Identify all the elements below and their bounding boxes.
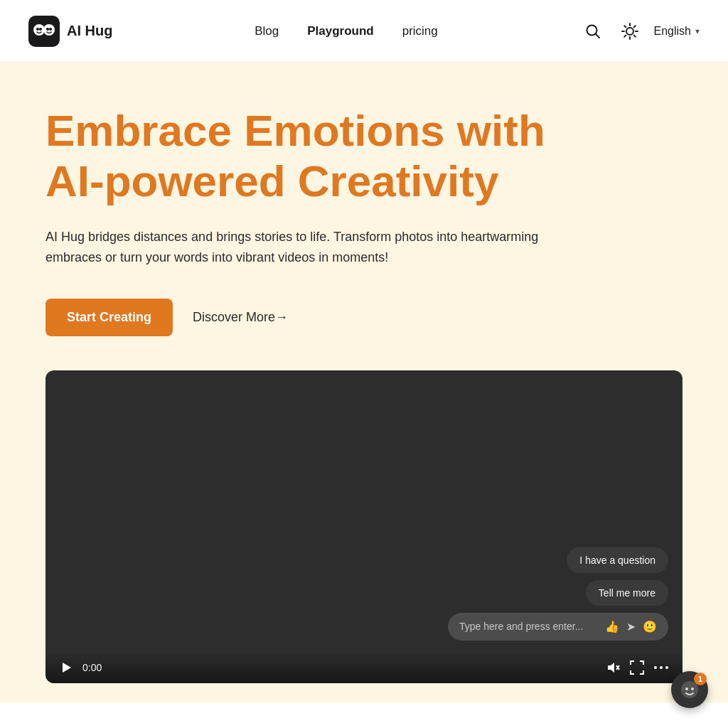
logo-label: AI Hug xyxy=(67,23,112,39)
more-options-button[interactable] xyxy=(654,665,668,670)
fullscreen-button[interactable] xyxy=(630,660,644,675)
search-button[interactable] xyxy=(580,18,606,44)
svg-point-3 xyxy=(36,28,39,31)
video-controls: 0:00 xyxy=(46,652,682,683)
svg-point-1 xyxy=(33,24,45,36)
volume-icon xyxy=(606,660,620,675)
hero-buttons: Start Creating Discover More→ xyxy=(46,299,682,336)
nav-blog[interactable]: Blog xyxy=(255,24,279,38)
video-player[interactable]: I have a question Tell me more Type here… xyxy=(46,370,682,683)
svg-line-17 xyxy=(633,26,635,27)
svg-point-26 xyxy=(685,687,688,690)
video-time: 0:00 xyxy=(82,662,102,673)
hero-section: Embrace Emotions with AI-powered Creativ… xyxy=(0,63,728,702)
chat-overlay: I have a question Tell me more Type here… xyxy=(448,547,668,641)
play-button[interactable] xyxy=(60,661,73,674)
chat-bubble-more[interactable]: Tell me more xyxy=(586,580,668,606)
dots-icon xyxy=(654,665,668,670)
navbar: AI Hug Blog Playground pricing xyxy=(0,0,728,63)
svg-point-6 xyxy=(49,28,52,31)
svg-point-27 xyxy=(691,687,694,690)
chat-float-button[interactable]: 1 xyxy=(671,671,708,702)
chat-bubble-question[interactable]: I have a question xyxy=(567,547,668,573)
svg-line-14 xyxy=(624,26,626,27)
svg-point-23 xyxy=(660,666,663,669)
svg-point-24 xyxy=(665,666,668,669)
hero-subtitle: AI Hug bridges distances and brings stor… xyxy=(46,227,586,269)
chat-input-placeholder: Type here and press enter... xyxy=(459,621,598,632)
navbar-right: English ▾ xyxy=(580,18,700,44)
logo[interactable]: AI Hug xyxy=(28,16,112,47)
svg-marker-19 xyxy=(608,663,614,673)
svg-line-16 xyxy=(624,35,626,36)
svg-point-22 xyxy=(654,666,657,669)
chat-input-row[interactable]: Type here and press enter... 👍 ➤ 🙂 xyxy=(448,613,668,641)
svg-line-15 xyxy=(633,35,635,36)
chat-emoji-button[interactable]: 🙂 xyxy=(643,620,657,633)
nav-pricing[interactable]: pricing xyxy=(402,24,438,38)
theme-toggle-button[interactable] xyxy=(617,18,643,44)
svg-point-4 xyxy=(39,28,42,31)
svg-point-2 xyxy=(43,24,55,36)
svg-point-5 xyxy=(46,28,49,31)
chat-badge: 1 xyxy=(694,673,707,685)
discover-more-button[interactable]: Discover More→ xyxy=(193,310,288,325)
hero-title: Embrace Emotions with AI-powered Creativ… xyxy=(46,105,600,207)
fullscreen-icon xyxy=(630,660,644,675)
nav-links: Blog Playground pricing xyxy=(255,24,438,38)
sun-icon xyxy=(621,23,638,40)
chat-send-button[interactable]: ➤ xyxy=(626,620,636,633)
start-creating-button[interactable]: Start Creating xyxy=(46,299,173,336)
svg-line-8 xyxy=(595,33,599,38)
svg-marker-18 xyxy=(63,663,71,673)
svg-point-9 xyxy=(626,28,633,35)
mute-button[interactable] xyxy=(606,660,620,675)
play-icon xyxy=(60,661,73,674)
chevron-down-icon: ▾ xyxy=(695,26,700,36)
nav-playground[interactable]: Playground xyxy=(307,24,374,38)
search-icon xyxy=(585,23,601,39)
language-selector[interactable]: English ▾ xyxy=(654,25,700,38)
logo-icon xyxy=(28,16,60,47)
language-label: English xyxy=(654,25,691,38)
chat-thumb-up-button[interactable]: 👍 xyxy=(605,620,619,633)
